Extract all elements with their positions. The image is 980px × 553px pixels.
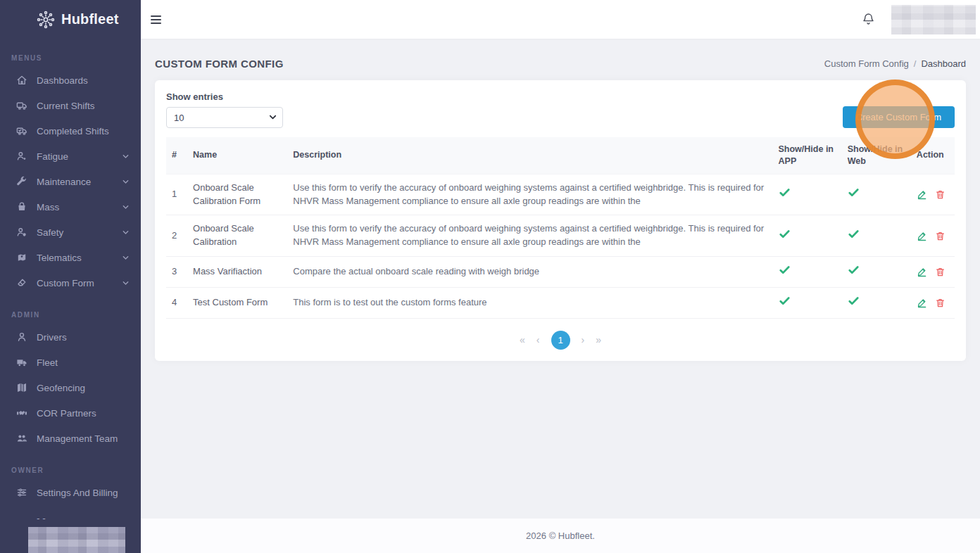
hamburger-icon[interactable] — [151, 9, 172, 30]
sidebar-section-label: OWNER — [0, 466, 141, 474]
delete-button[interactable] — [935, 267, 946, 277]
chevron-down-icon — [122, 229, 130, 236]
eraser-icon — [15, 277, 27, 289]
form-description: This form is to test out the custom form… — [287, 287, 772, 318]
sidebar-item-telematics[interactable]: Telematics — [0, 245, 141, 270]
footer-copyright: 2026 © Hubfleet. — [526, 530, 595, 541]
form-description: Use this form to verify the accuracy of … — [287, 215, 772, 257]
sidebar-item-label: - - — [37, 513, 46, 523]
action-cell — [911, 257, 955, 288]
form-name: Test Custom Form — [187, 287, 287, 318]
sidebar-item-management-team[interactable]: Management Team — [0, 426, 141, 451]
show-in-app-cell — [773, 174, 842, 215]
sidebar-item-label: Mass — [37, 202, 59, 212]
sidebar-item-label: Fatigue — [37, 151, 68, 162]
form-name: Mass Varifiaction — [187, 257, 287, 288]
custom-forms-card: Show entries 10 Create Custom Form — [155, 80, 966, 361]
show-in-web-cell — [842, 174, 911, 215]
form-description: Compare the actual onboard scale reading… — [287, 257, 772, 288]
entries-select[interactable]: 10 — [166, 107, 283, 128]
action-cell — [911, 174, 955, 215]
sidebar-item-settings-and-billing[interactable]: Settings And Billing — [0, 480, 141, 505]
app-window: Hubfleet MENUSDashboardsCurrent ShiftsCo… — [0, 0, 980, 553]
pagination: « ‹ 1 › » — [166, 331, 955, 350]
users-icon — [15, 433, 27, 445]
col-header-show-app: Show/Hide in APP — [773, 137, 842, 174]
sidebar-item-custom-form[interactable]: Custom Form — [0, 270, 141, 295]
delete-button[interactable] — [935, 231, 946, 241]
sidebar-section-label: MENUS — [0, 54, 141, 62]
handshake-icon — [15, 407, 27, 419]
sidebar-item-label: COR Partners — [37, 408, 96, 419]
bell-icon[interactable] — [861, 12, 876, 27]
map-pin-icon — [15, 252, 27, 264]
sidebar-item-label: Custom Form — [37, 278, 94, 288]
pagination-next[interactable]: › — [582, 334, 585, 345]
footer: 2026 © Hubfleet. — [141, 519, 980, 553]
col-header-show-web: Show/Hide in Web — [842, 137, 911, 174]
check-icon — [848, 264, 860, 276]
chevron-down-icon — [122, 178, 130, 186]
show-entries-label: Show entries — [166, 91, 283, 102]
wrench-icon — [15, 176, 27, 188]
check-icon — [848, 295, 860, 307]
edit-button[interactable] — [917, 189, 927, 200]
truck-check-icon — [15, 125, 27, 137]
table-row: 3Mass VarifiactionCompare the actual onb… — [166, 257, 955, 288]
sidebar-item-fleet[interactable]: Fleet — [0, 350, 141, 375]
sidebar-item-fatigue[interactable]: Fatigue — [0, 144, 141, 169]
breadcrumb-current[interactable]: Dashboard — [921, 58, 966, 69]
col-header-action: Action — [911, 137, 955, 174]
home-icon — [15, 75, 27, 87]
brand-logo[interactable]: Hubfleet — [0, 0, 141, 39]
pagination-prev[interactable]: ‹ — [536, 334, 540, 345]
pagination-first[interactable]: « — [520, 334, 525, 345]
show-in-web-cell — [842, 257, 911, 288]
breadcrumb-section[interactable]: Custom Form Config — [824, 58, 909, 69]
sidebar-redacted-image — [28, 527, 125, 553]
sidebar-item-label: Dashboards — [37, 75, 88, 86]
sidebar-item-label: Fleet — [37, 357, 58, 368]
sidebar-item-maintenance[interactable]: Maintenance — [0, 169, 141, 194]
breadcrumb-separator: / — [914, 58, 917, 69]
sidebar-item-dashboards[interactable]: Dashboards — [0, 68, 141, 93]
col-header-index: # — [166, 137, 187, 174]
main-area: CUSTOM FORM CONFIG Custom Form Config / … — [141, 0, 980, 553]
show-in-app-cell — [773, 287, 842, 318]
check-icon — [779, 186, 791, 198]
row-index: 3 — [166, 257, 187, 288]
edit-button[interactable] — [917, 298, 927, 308]
sidebar-item-label: Safety — [37, 227, 63, 238]
sidebar-section-label: ADMIN — [0, 311, 141, 319]
topbar — [141, 0, 980, 39]
user-profile-redacted[interactable] — [891, 5, 976, 34]
page-title: CUSTOM FORM CONFIG — [155, 58, 284, 70]
table-row: 2Onboard Scale CalibrationUse this form … — [166, 215, 955, 257]
edit-button[interactable] — [917, 231, 927, 241]
breadcrumb: Custom Form Config / Dashboard — [824, 58, 966, 69]
sidebar-item-current-shifts[interactable]: Current Shifts — [0, 93, 141, 118]
delete-button[interactable] — [935, 298, 946, 308]
sidebar-item-label: Completed Shifts — [37, 126, 109, 136]
sidebar-item-geofencing[interactable]: Geofencing — [0, 375, 141, 400]
pagination-last[interactable]: » — [596, 334, 601, 345]
delete-button[interactable] — [935, 189, 946, 200]
edit-button[interactable] — [917, 267, 927, 277]
form-name: Onboard Scale Calibration Form — [187, 174, 287, 215]
sidebar-nav: MENUSDashboardsCurrent ShiftsCompleted S… — [0, 54, 141, 530]
sidebar-item-label: Management Team — [37, 433, 118, 444]
create-custom-form-button[interactable]: Create Custom Form — [843, 106, 955, 128]
pagination-page-1[interactable]: 1 — [551, 331, 570, 350]
sidebar-item-completed-shifts[interactable]: Completed Shifts — [0, 118, 141, 144]
sidebar-item-safety[interactable]: Safety — [0, 220, 141, 245]
sidebar-item-label: Drivers — [37, 332, 67, 343]
sidebar-item-cor-partners[interactable]: COR Partners — [0, 400, 141, 426]
sidebar-item-mass[interactable]: Mass — [0, 194, 141, 220]
brand-name: Hubfleet — [61, 11, 119, 27]
sidebar-item-label: Maintenance — [37, 177, 91, 187]
sidebar-item-label: Telematics — [37, 253, 82, 263]
col-header-name: Name — [187, 137, 287, 174]
table-row: 1Onboard Scale Calibration FormUse this … — [166, 174, 955, 215]
sidebar-item-drivers[interactable]: Drivers — [0, 324, 141, 350]
table-row: 4Test Custom FormThis form is to test ou… — [166, 287, 955, 318]
